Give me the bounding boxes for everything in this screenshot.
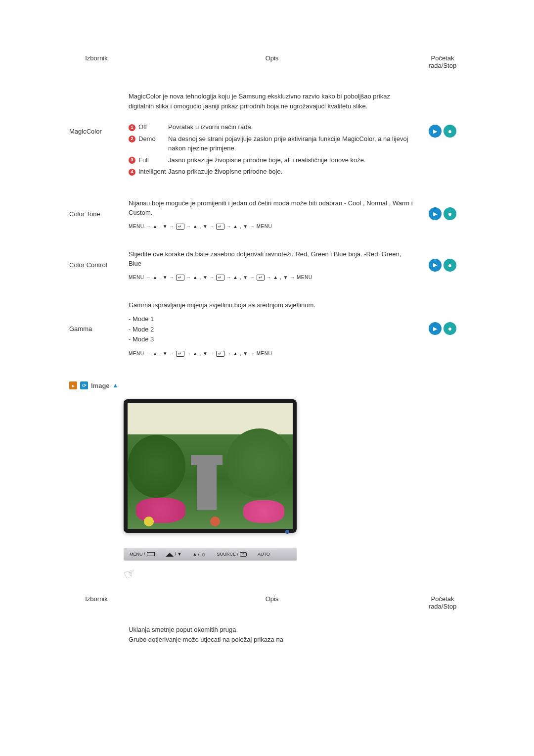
header-opis: Opis (124, 595, 420, 610)
enter-icon: ↵ (216, 275, 224, 281)
label-gamma: Gamma (69, 325, 124, 332)
option-row: 2Demo Na desnoj se strani pojavljuje zas… (129, 134, 415, 153)
colortone-desc: Nijansu boje moguće je promijeniti i jed… (129, 198, 415, 218)
record-icon[interactable] (444, 259, 456, 272)
rect-icon (147, 552, 155, 556)
header-pocetak: Početak rada/Stop (420, 595, 465, 610)
gamma-modes: - Mode 1 - Mode 2 - Mode 3 (129, 314, 415, 345)
header-izbornik: Izbornik (69, 54, 124, 69)
play-icon[interactable] (429, 125, 442, 138)
osd-up-button[interactable]: ▲ / (192, 551, 206, 557)
badge-1-icon: 1 (129, 124, 135, 131)
row-gamma: Gamma Gamma ispravljanje mijenja svjetli… (69, 290, 465, 367)
play-icon[interactable] (429, 322, 442, 335)
osd-auto-button[interactable]: AUTO (258, 552, 270, 557)
enter-icon: ↵ (216, 224, 224, 230)
record-icon[interactable] (444, 322, 456, 335)
gamma-mode-2: - Mode 2 (129, 325, 415, 335)
magiccolor-intro: MagicColor je nova tehnologija koju je S… (129, 84, 415, 118)
colorcontrol-desc: Slijedite ove korake da biste zasebno do… (129, 249, 415, 269)
up-arrow-icon[interactable]: ▲ (113, 382, 119, 389)
header-pocetak: Početak rada/Stop (420, 54, 465, 69)
colorcontrol-nav: MENU → ▲ , ▼ → ↵ → ▲ , ▼ → ↵ → ▲ , ▼ → ↵… (129, 275, 415, 281)
monitor-screen-content (128, 403, 293, 529)
colortone-nav: MENU → ▲ , ▼ → ↵ → ▲ , ▼ → ↵ → ▲ , ▼ → M… (129, 224, 415, 230)
osd-menu-button[interactable]: MENU / (130, 552, 155, 557)
record-icon[interactable] (444, 207, 456, 220)
option-desc-full: Jasno prikazuje živopisne prirodne boje,… (168, 155, 415, 165)
action-buttons-colorcontrol (429, 259, 456, 272)
gamma-desc: Gamma ispravljanje mijenja svjetlinu boj… (129, 300, 415, 310)
badge-4-icon: 4 (129, 169, 135, 176)
coarse-desc1: Uklanja smetnje poput okomitih pruga. (129, 625, 415, 635)
magiccolor-options: 1Off Povratak u izvorni način rada. 2Dem… (129, 122, 415, 179)
action-buttons-magiccolor (429, 125, 456, 138)
label-magiccolor: MagicColor (69, 128, 124, 135)
image-section-header: Image ▲ (69, 381, 465, 389)
row-magiccolor: MagicColor MagicColor je nova tehnologij… (69, 74, 465, 189)
monitor-power-icon (285, 530, 289, 534)
enter-icon: ↵ (176, 351, 184, 357)
label-colorcontrol: Color Control (69, 261, 124, 269)
option-row: 3Full Jasno prikazuje živopisne prirodne… (129, 155, 415, 165)
play-square-icon (69, 381, 77, 389)
pointer-hand-icon (124, 566, 143, 580)
header-opis: Opis (124, 54, 420, 69)
label-colortone: Color Tone (69, 210, 124, 218)
gamma-mode-3: - Mode 3 (129, 334, 415, 345)
monitor-preview (124, 399, 297, 533)
play-icon[interactable] (429, 259, 442, 272)
osd-source-button[interactable]: SOURCE / (217, 552, 247, 557)
enter-icon: ↵ (216, 351, 224, 357)
action-buttons-colortone (429, 207, 456, 220)
option-desc-intelligent: Jasno prikazuje živopisne prirodne boje. (168, 167, 415, 177)
gamma-nav: MENU → ▲ , ▼ → ↵ → ▲ , ▼ → ↵ → ▲ , ▼ → M… (129, 351, 415, 357)
option-label-off: Off (138, 123, 147, 131)
brightness-icon (201, 551, 206, 557)
option-label-intelligent: Intelligent (138, 168, 166, 175)
table-header-row-2: Izbornik Opis Početak rada/Stop (69, 590, 465, 615)
option-row: 1Off Povratak u izvorni način rada. (129, 122, 415, 132)
row-coarse: Uklanja smetnje poput okomitih pruga. Gr… (69, 615, 465, 644)
option-label-full: Full (138, 156, 149, 164)
image-title: Image (91, 382, 110, 389)
play-icon[interactable] (429, 207, 442, 220)
table-header-row: Izbornik Opis Početak rada/Stop (69, 49, 465, 74)
osd-button-bar: MENU / ◢◣/ ▼ ▲ / SOURCE / AUTO (124, 548, 297, 561)
row-colortone: Color Tone Nijansu boje moguće je promij… (69, 189, 465, 239)
gamma-mode-1: - Mode 1 (129, 314, 415, 325)
enter-icon: ↵ (257, 275, 265, 281)
source-icon (240, 552, 247, 557)
record-icon[interactable] (444, 125, 456, 138)
option-label-demo: Demo (138, 135, 156, 142)
osd-down-button[interactable]: ◢◣/ ▼ (166, 551, 182, 558)
option-desc-demo: Na desnoj se strani pojavljuje zaslon pr… (168, 134, 415, 153)
header-izbornik: Izbornik (69, 595, 124, 610)
refresh-square-icon (80, 381, 88, 389)
enter-icon: ↵ (176, 224, 184, 230)
enter-icon: ↵ (176, 275, 184, 281)
badge-2-icon: 2 (129, 136, 135, 142)
badge-3-icon: 3 (129, 157, 135, 164)
option-row: 4Intelligent Jasno prikazuje živopisne p… (129, 167, 415, 177)
row-colorcontrol: Color Control Slijedite ove korake da bi… (69, 239, 465, 290)
action-buttons-gamma (429, 322, 456, 335)
coarse-desc2: Grubo dotjerivanje može utjecati na polo… (129, 635, 415, 645)
option-desc-off: Povratak u izvorni način rada. (168, 122, 415, 132)
